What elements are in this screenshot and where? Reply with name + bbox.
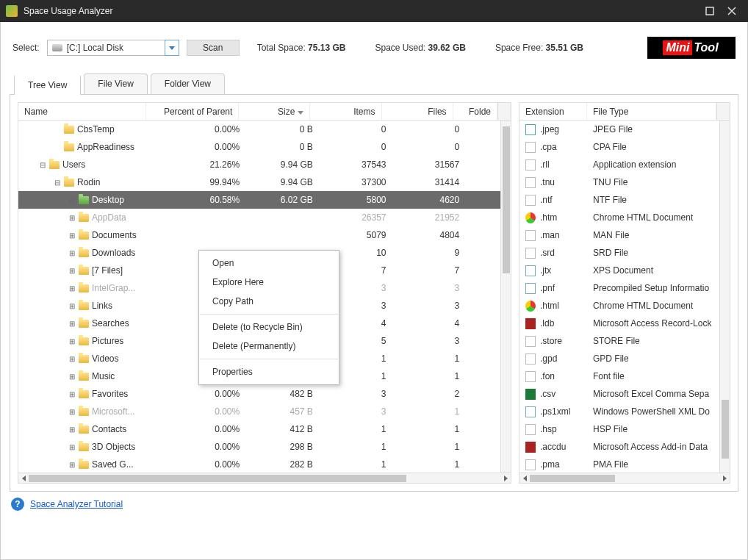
col-size[interactable]: Size: [239, 103, 310, 120]
tab-file-view[interactable]: File View: [84, 73, 147, 94]
row-name: Links: [92, 301, 112, 311]
ext-vertical-scrollbar[interactable]: [719, 121, 730, 473]
tree-row[interactable]: Documents50794804: [18, 226, 511, 244]
row-name: [7 Files]: [92, 265, 123, 276]
tree-row[interactable]: Rodin99.94%9.94 GB3730031414: [18, 173, 511, 191]
expander-icon[interactable]: [68, 443, 76, 450]
expander-icon[interactable]: [68, 426, 76, 433]
expander-icon[interactable]: [68, 302, 76, 309]
scan-button[interactable]: Scan: [187, 40, 240, 56]
col-files[interactable]: Files: [382, 103, 453, 120]
ext-row[interactable]: .manMAN File: [519, 226, 730, 244]
tree-row[interactable]: CbsTemp0.00%0 B00: [18, 121, 511, 138]
expander-icon[interactable]: [68, 320, 76, 327]
ctx-open[interactable]: Open: [199, 254, 339, 273]
ext-row[interactable]: .ps1xmlWindows PowerShell XML Do: [519, 403, 730, 420]
chevron-down-icon[interactable]: [165, 40, 179, 56]
col-percent[interactable]: Percent of Parent: [146, 103, 239, 120]
expander-icon[interactable]: [68, 461, 76, 468]
file-type-icon: [525, 301, 536, 312]
file-type-icon: [525, 195, 536, 206]
tree-row[interactable]: 3D Objects0.00%298 B11: [18, 438, 511, 456]
ext-row[interactable]: .pmaPMA File: [519, 456, 730, 473]
expander-icon[interactable]: [68, 231, 76, 239]
tab-tree-view[interactable]: Tree View: [14, 74, 81, 95]
col-folders[interactable]: Folde: [453, 103, 497, 120]
tree-vertical-scrollbar[interactable]: [500, 121, 511, 473]
expander-icon[interactable]: [54, 179, 61, 186]
expander-icon[interactable]: [68, 373, 76, 380]
tree-row[interactable]: AppReadiness0.00%0 B00: [18, 138, 511, 156]
col-extension[interactable]: Extension: [519, 103, 587, 120]
ctx-delete-recycle[interactable]: Delete (to Recycle Bin): [199, 317, 339, 337]
expander-icon[interactable]: [68, 390, 76, 398]
scroll-up-icon[interactable]: [716, 103, 730, 120]
tree-row[interactable]: Saved G...0.00%282 B11: [18, 456, 511, 473]
tutorial-link[interactable]: Space Analyzer Tutorial: [30, 499, 123, 509]
tree-row[interactable]: Users21.26%9.94 GB3754331567: [18, 156, 511, 173]
ctx-explore-here[interactable]: Explore Here: [199, 273, 339, 292]
expander-icon[interactable]: [68, 196, 76, 204]
ext-row[interactable]: .ntfNTF File: [519, 191, 730, 209]
tab-folder-view[interactable]: Folder View: [151, 73, 225, 94]
close-button[interactable]: [722, 4, 742, 18]
ext-row[interactable]: .tnuTNU File: [519, 173, 730, 191]
folder-icon: [79, 443, 89, 451]
ext-row[interactable]: .htmlChrome HTML Document: [519, 297, 730, 315]
col-items[interactable]: Items: [310, 103, 381, 120]
ext-row[interactable]: .hspHSP File: [519, 420, 730, 438]
ext-row[interactable]: .ldbMicrosoft Access Record-Lock: [519, 315, 730, 332]
ext-row[interactable]: .htmChrome HTML Document: [519, 209, 730, 226]
ext-row[interactable]: .gpdGPD File: [519, 350, 730, 367]
ext-row[interactable]: .csvMicrosoft Excel Comma Sepa: [519, 385, 730, 403]
disk-select[interactable]: [C:] Local Disk: [47, 40, 179, 56]
expander-icon[interactable]: [68, 214, 76, 221]
ext-type: Chrome HTML Document: [587, 297, 730, 315]
row-name: Rodin: [77, 177, 100, 187]
ext-row[interactable]: .jtxXPS Document: [519, 262, 730, 279]
ext-row[interactable]: .rllApplication extension: [519, 156, 730, 173]
ext-label: .ldb: [540, 318, 554, 329]
expander-icon[interactable]: [68, 408, 76, 415]
ext-row[interactable]: .jpegJPEG File: [519, 121, 730, 138]
maximize-button[interactable]: [700, 4, 720, 18]
col-name[interactable]: Name: [18, 103, 146, 120]
ext-row[interactable]: .accduMicrosoft Access Add-in Data: [519, 438, 730, 456]
help-icon[interactable]: ?: [11, 498, 24, 511]
tree-horizontal-scrollbar[interactable]: [18, 473, 511, 483]
ext-label: .tnu: [540, 177, 555, 187]
tree-row[interactable]: Desktop60.58%6.02 GB58004620: [18, 191, 511, 209]
ext-row[interactable]: .fonFont file: [519, 367, 730, 385]
expander-icon[interactable]: [68, 284, 76, 292]
folder-icon: [79, 337, 89, 345]
scroll-up-icon[interactable]: [497, 103, 511, 120]
tree-row[interactable]: Contacts0.00%412 B11: [18, 420, 511, 438]
tree-row[interactable]: AppData2635721952: [18, 209, 511, 226]
tree-row[interactable]: Microsoft...0.00%457 B31: [18, 403, 511, 420]
row-name: CbsTemp: [77, 124, 115, 134]
file-type-icon: [525, 177, 536, 188]
expander-icon[interactable]: [39, 161, 46, 168]
ctx-properties[interactable]: Properties: [199, 362, 339, 381]
expander-icon[interactable]: [54, 126, 61, 133]
ctx-copy-path[interactable]: Copy Path: [199, 292, 339, 311]
ext-horizontal-scrollbar[interactable]: [519, 473, 730, 483]
expander-icon[interactable]: [68, 355, 76, 362]
tree-row[interactable]: Favorites0.00%482 B32: [18, 385, 511, 403]
expander-icon[interactable]: [68, 249, 76, 256]
expander-icon[interactable]: [54, 143, 61, 151]
row-name: Videos: [92, 353, 118, 364]
ext-row[interactable]: .pnfPrecompiled Setup Informatio: [519, 279, 730, 297]
col-file-type[interactable]: File Type: [587, 103, 716, 120]
ext-label: .ps1xml: [540, 406, 570, 417]
folder-icon: [79, 249, 89, 257]
expander-icon[interactable]: [68, 267, 76, 274]
file-type-icon: [525, 406, 536, 417]
folder-icon: [49, 161, 60, 169]
ext-row[interactable]: .srdSRD File: [519, 244, 730, 262]
ext-row[interactable]: .cpaCPA File: [519, 138, 730, 156]
ctx-separator: [200, 314, 338, 315]
ext-row[interactable]: .storeSTORE File: [519, 332, 730, 350]
expander-icon[interactable]: [68, 337, 76, 345]
ctx-delete-permanent[interactable]: Delete (Permanently): [199, 337, 339, 356]
